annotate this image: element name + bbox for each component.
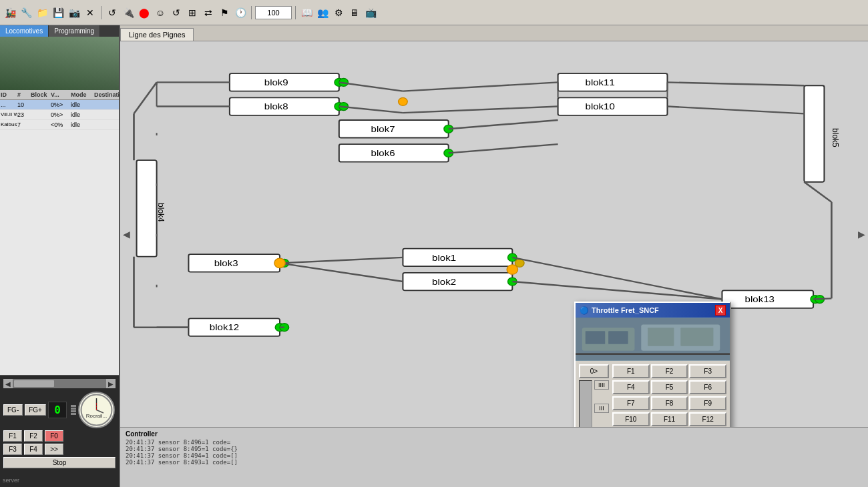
stop-btn[interactable]: Stop [3,457,116,468]
notch-3-btn[interactable]: III [594,404,609,413]
dialog-right-col: F1 F2 F3 F4 F5 F6 F7 F8 [612,364,726,427]
table-row[interactable]: Kalbus_88795 7 <0% idle [0,120,119,130]
zoom-input[interactable]: 100 [255,6,292,19]
f4-dialog-btn[interactable]: F4 [612,380,650,394]
svg-rect-34 [403,273,512,290]
svg-text:blok2: blok2 [432,277,456,287]
speed-display-btn[interactable]: 0> [579,364,609,378]
f10-dialog-btn[interactable]: F10 [612,412,650,426]
row3-speed: <0% [51,121,71,128]
f3-dialog-btn[interactable]: F3 [689,364,726,378]
f8-dialog-btn[interactable]: F8 [651,396,688,410]
svg-line-64 [512,258,722,300]
bar3 [71,408,76,410]
svg-point-72 [274,258,285,268]
notch-4-btn[interactable]: IIII [594,380,609,390]
scroll-right-arrow[interactable]: ▶ [106,379,116,388]
svg-rect-22 [804,85,824,182]
row1-id: ... [1,101,17,108]
svg-text:blok4: blok4 [156,203,167,222]
dialog-left-col: 0> IIII III II I [579,364,609,427]
grid-icon[interactable]: ⊞ [185,5,200,20]
f3-btn[interactable]: F3 [3,444,22,455]
save-icon[interactable]: 💾 [51,5,65,20]
svg-line-55 [804,182,831,202]
scroll-left-arrow[interactable]: ◀ [3,379,13,388]
f0-btn[interactable]: F0 [45,430,63,442]
tab-bar: Ligne des Pignes [120,25,868,41]
f7-dialog-btn[interactable]: F7 [612,396,650,410]
sep1 [101,6,101,19]
arrows-icon[interactable]: ↺ [169,5,184,20]
bottom-controls: ◀ ▶ FG- FG+ 0 [0,375,119,474]
row3-num: 7 [17,121,31,128]
col-num: # [17,91,31,98]
fn-buttons-row2: F3 F4 >> [3,444,116,455]
row3-id: Kalbus_88795 [1,121,17,128]
f12-dialog-btn[interactable]: F12 [689,412,726,426]
users-icon[interactable]: 👥 [315,5,330,20]
row2-block [31,111,51,118]
fg-minus-btn[interactable]: FG- [3,404,23,416]
f2-dialog-btn[interactable]: F2 [651,364,688,378]
programming-icon[interactable]: 🔧 [19,5,33,20]
throttle-slider[interactable] [579,380,592,427]
table-row[interactable]: Vill.II Weibe 23 0%> idle [0,110,119,120]
tab-programming[interactable]: Programming [49,25,100,37]
notch-container: IIII III II I [594,380,609,427]
f4-btn[interactable]: F4 [24,444,43,455]
f5-dialog-btn[interactable]: F5 [651,380,688,394]
fg-plus-btn[interactable]: FG+ [25,404,46,416]
scroll-right-panel-arrow[interactable]: ▶ [858,229,865,239]
gear-icon[interactable]: ⚙ [331,5,346,20]
sep3 [295,6,296,19]
scroll-left-panel-arrow[interactable]: ◀ [123,229,130,239]
shuffle-icon[interactable]: ⇄ [201,5,216,20]
controller-label: Controller [126,430,863,438]
folder-icon[interactable]: 📁 [35,5,49,20]
log-line-3: 20:41:37 sensor 8:494=1 code=[] [126,452,863,459]
track-area[interactable]: blok9 blok11 blok8 blok10 [120,41,868,427]
row2-speed: 0%> [51,111,71,118]
row3-mode: idle [71,121,94,128]
f11-dialog-btn[interactable]: F11 [651,412,688,426]
svg-line-46 [339,82,403,91]
svg-line-53 [449,120,558,129]
sep2 [251,6,252,19]
f6-dialog-btn[interactable]: F6 [689,380,726,394]
svg-line-48 [668,82,805,85]
col-id: ID [1,91,17,98]
locomotive-icon[interactable]: 🚂 [3,5,17,20]
connect-icon[interactable]: 🔌 [121,5,136,20]
row2-num: 23 [17,111,31,118]
svg-line-65 [512,282,722,299]
smiley-icon[interactable]: ☺ [153,5,168,20]
main-content: Locomotives Programming ID # Block V... … [0,25,868,487]
right-panel: Ligne des Pignes blok9 blok11 blok8 [120,25,868,487]
f1-dialog-btn[interactable]: F1 [612,364,650,378]
arrow-right-btn[interactable]: >> [45,444,63,455]
fn-buttons-row: F1 F2 F0 [3,430,116,442]
clock-label: Rocrail... [86,412,107,418]
f9-dialog-btn[interactable]: F9 [689,396,726,410]
camera-icon[interactable]: 📷 [67,5,81,20]
clock-icon[interactable]: 🕐 [233,5,248,20]
fn-grid-row1: F1 F2 F3 [612,364,726,378]
fn-grid-row2: F4 F5 F6 [612,380,726,394]
bar1 [71,413,76,415]
monitor-icon[interactable]: 🖥 [347,5,362,20]
circle-red-icon[interactable]: ⬤ [137,5,152,20]
dialog-close-btn[interactable]: X [715,305,726,316]
refresh-icon[interactable]: ↺ [105,5,120,20]
f1-btn[interactable]: F1 [3,430,22,442]
table-row[interactable]: ... 10 0%> idle [0,100,119,110]
svg-text:blok8: blok8 [264,101,288,111]
flag-icon[interactable]: ⚑ [217,5,232,20]
tab-locomotives[interactable]: Locomotives [0,25,49,37]
main-tab[interactable]: Ligne des Pignes [120,28,194,41]
screen-icon[interactable]: 📺 [363,5,378,20]
f2-btn[interactable]: F2 [24,430,43,442]
delete-icon[interactable]: ✕ [83,5,97,20]
book-icon[interactable]: 📖 [299,5,314,20]
svg-line-62 [280,258,403,263]
